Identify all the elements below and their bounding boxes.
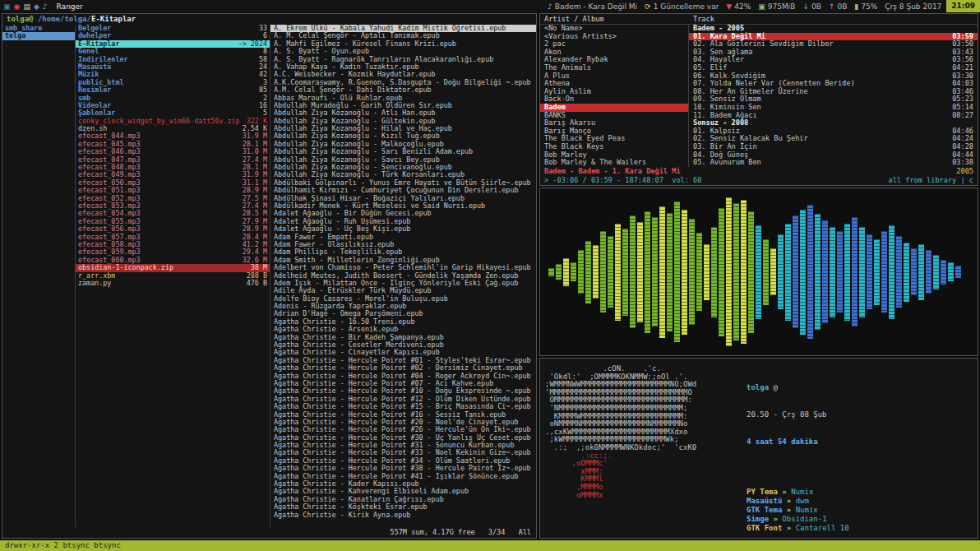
book-row[interactable]: Adam Phillips - Tekeşlilik.epub [270, 248, 536, 256]
updates-segment[interactable]: ⟳1 Güncelleme var [645, 2, 719, 11]
file-row[interactable]: Masaüstü24 [76, 63, 270, 71]
file-row[interactable]: Müzik42 [76, 71, 270, 78]
volume-segment[interactable]: ▼42% [726, 2, 751, 11]
file-row[interactable]: Resimler85 [76, 86, 270, 94]
file-row[interactable]: r_arr.xbm288 B [76, 272, 270, 280]
book-row[interactable]: Agatha Christie - Hercule Poirot #07 - A… [270, 380, 536, 387]
artist-row[interactable]: 2 pac [540, 40, 688, 49]
book-row[interactable]: Adam Smith - Milletlerin Zenginliği.epub [270, 257, 536, 264]
file-row[interactable]: obsidian-1-iconpack.zip38 M [76, 264, 270, 271]
book-row[interactable]: Adam Fawer - Olasılıksız.epub [270, 241, 536, 248]
book-row[interactable]: A. Mahfi Eğilmez - Küresel Finans Krizi.… [270, 40, 536, 48]
book-row[interactable]: Agatha Christie - Hercule Poirot #33 - N… [270, 449, 536, 456]
book-row[interactable]: Agatha Christie - Hercule Poirot #38 - H… [270, 465, 536, 472]
file-row[interactable]: efecast_052.mp327.5 M [76, 195, 270, 202]
workspace-icon-5[interactable]: ♪ [43, 2, 48, 11]
book-row[interactable]: Abdullah Ziya Kozanoğlu - Savcı Bey.epub [270, 156, 536, 164]
book-row[interactable]: Adile Ayda - Etrüskler Türk Müydü.epub [270, 287, 536, 294]
file-row[interactable]: E-Kitaplar-> 2024 [76, 40, 270, 48]
book-row[interactable]: A. S. Byatt - Oyun.epub [270, 48, 536, 55]
file-row[interactable]: Belgeler33 [76, 25, 270, 32]
book-row[interactable]: Agatha Christie - Arsenik.epub [270, 326, 536, 333]
book-row[interactable]: A. Vahap Kaya - Kadın Tuzaktır.epub [270, 63, 536, 71]
book-row[interactable]: Agatha Christie - Hercule Poirot #10 - D… [270, 387, 536, 395]
memory-segment[interactable]: ▣975MiB [758, 2, 795, 11]
book-row[interactable]: A. Ekrem Ülkü - Kabala Yahudi Kadim Mist… [270, 25, 536, 32]
book-row[interactable]: Abdullah Ziya Kozanoğlu - Sencivanoğlu.e… [270, 164, 536, 171]
book-row[interactable]: Agatha Christie - Kirik Ayna.epub [270, 512, 536, 519]
book-row[interactable]: Agatha Christie - Hercule Poirot #26 - H… [270, 426, 536, 433]
workspace-icon-3[interactable]: ▤ [23, 2, 30, 11]
battery-segment[interactable]: ▮75% [854, 2, 877, 11]
file-row[interactable]: efecast_044.mp331.9 M [76, 132, 270, 140]
book-row[interactable]: Adonis - Rüzgarda Yapraklar.epub [270, 303, 536, 310]
now-playing-segment[interactable]: ♪Badem - Kara Değil Mi [548, 2, 637, 11]
file-row[interactable]: efecast_049.mp331.9 M [76, 171, 270, 178]
date-segment[interactable]: Çrş 8 Şub 2017 [885, 2, 941, 11]
book-row[interactable]: Adalet Ağaoğlu - Üç Beş Kişi.epub [270, 225, 536, 233]
book-row[interactable]: Adelheid Meutes, Judith Bossert - Gündel… [270, 272, 536, 280]
workspace-icon-1[interactable]: ▣ [3, 2, 11, 11]
file-row[interactable]: efecast_047.mp327.4 M [76, 156, 270, 164]
book-row[interactable]: Abdullah Ziya Kozanoğlu - Sarı Benizli A… [270, 148, 536, 155]
file-row[interactable]: efecast_056.mp328.9 M [76, 225, 270, 233]
book-row[interactable]: Agatha Christie - Köşkteki Esrar.epub [270, 503, 536, 511]
book-row[interactable]: Agatha Christie - Hercule Poirot #01 - S… [270, 357, 536, 364]
book-row[interactable]: A.M. Celal Şengör - Dahi Diktator.epub [270, 86, 536, 94]
book-row[interactable]: Agatha Christie - Hercule Poirot #34 - Ö… [270, 457, 536, 465]
book-row[interactable]: Agatha Christie - Hercule Poirot #30 - Ü… [270, 434, 536, 442]
book-row[interactable]: A.C. Weisbecker - Kozmik Haydutlar.epub [270, 71, 536, 78]
file-row[interactable]: smb2 [76, 95, 270, 102]
workspace-icon-4[interactable]: ◆ [34, 2, 39, 11]
workspace-icon-2[interactable]: ◉ [14, 2, 21, 11]
book-row[interactable]: Abdülkadir Menek - Kürt Meselesi ve Said… [270, 202, 536, 210]
book-row[interactable]: Abdülbaki Gölpınarlı - Yunus Emre Hayatı… [270, 179, 536, 187]
book-row[interactable]: Agatha Christie - Cinayetler Kapısı.epub [270, 349, 536, 356]
book-row[interactable]: Abdullah Muradoğlu - Garih Öldüren Sır.e… [270, 102, 536, 109]
file-row[interactable]: efecast_051.mp328.9 M [76, 187, 270, 194]
book-row[interactable]: Agatha Christie - Hercule Poirot #12 - Ö… [270, 396, 536, 403]
track-row[interactable]: 05. Avunurum Ben03:38 [689, 159, 978, 167]
book-row[interactable]: Adem Işık - Milattan Önce - İlginç Yönle… [270, 280, 536, 287]
book-row[interactable]: Agatha Christie - Hercule Poirot #04 - R… [270, 373, 536, 380]
book-row[interactable]: Agatha Christie - Kanatların Çağrısı.epu… [270, 496, 536, 503]
file-row[interactable]: dzen.sh2.54 K [76, 125, 270, 132]
track-row[interactable]: 04. Hayaller03:56 [689, 56, 978, 64]
book-row[interactable]: Abdullah Ziya Kozanoğlu - Türk Korsanlar… [270, 171, 536, 178]
book-row[interactable]: Agatha Christie - Hercule Poirot #20 - N… [270, 419, 536, 426]
book-row[interactable]: Agatha Christie - 16.50 Treni.epub [270, 318, 536, 326]
parent-dir-item[interactable]: tolga [2, 32, 75, 39]
net-up-segment[interactable]: ↑0B [829, 2, 847, 11]
book-row[interactable]: Agatha Christie - Bir Kadeh Şampanya.epu… [270, 334, 536, 341]
book-row[interactable]: Agatha Christie - Cesetler Merdiveni.epu… [270, 341, 536, 349]
book-row[interactable]: Agatha Christie - Hercule Poirot #31 - S… [270, 442, 536, 449]
book-row[interactable]: Agatha Christie - Kader Kapısı.epub [270, 480, 536, 488]
file-row[interactable]: Genel8 [76, 48, 270, 55]
file-row[interactable]: efecast_050.mp331.1 M [76, 179, 270, 187]
file-row[interactable]: efecast_054.mp328.5 M [76, 210, 270, 217]
book-row[interactable]: Agatha Christie - Hercule Poirot #41 - I… [270, 473, 536, 480]
book-row[interactable]: Agatha Christie - Hercule Poirot #16 - S… [270, 411, 536, 419]
book-row[interactable]: Abdülhak Şinasi Hisar - Boğaziçi Yalılar… [270, 195, 536, 202]
file-row[interactable]: efecast_058.mp341.2 M [76, 241, 270, 248]
file-row[interactable]: Şablonlar5 [76, 109, 270, 117]
file-row[interactable]: efecast_048.mp328.1 M [76, 164, 270, 171]
book-row[interactable]: Abdullah Ziya Kozanoğlu - Kızıl Tuğ.epub [270, 132, 536, 140]
book-row[interactable]: Abdullah Ziya Kozanoğlu - Atlı Han.epub [270, 109, 536, 117]
book-row[interactable]: Abdullah Ziya Kozanoğlu - Malkoçoğlu.epu… [270, 141, 536, 148]
book-row[interactable]: Adalet Ağaoğlu - Bir Düğün Gecesi.epub [270, 210, 536, 217]
file-row[interactable]: efecast_045.mp328.1 M [76, 141, 270, 148]
book-row[interactable]: Abdullah Ziya Kozanoğlu - Hilal ve Haç.e… [270, 125, 536, 132]
file-row[interactable]: public_html3 [76, 79, 270, 86]
file-row[interactable]: zaman.py476 B [76, 280, 270, 287]
book-row[interactable]: Adam Fawer - Empati.epub [270, 234, 536, 241]
book-row[interactable]: A. S. Byatt - Ragnarök Tanrıların Alacak… [270, 56, 536, 63]
book-row[interactable]: Agatha Christie - Hercule Poirot #02 - D… [270, 364, 536, 372]
active-window-title[interactable]: Ranger [57, 2, 83, 11]
net-down-segment[interactable]: ↓0B [802, 2, 821, 11]
book-row[interactable]: Abdullah Ziya Kozanoğlu - Gültekin.epub [270, 118, 536, 125]
file-row[interactable]: conky_clock_widget_by_wim66-datt56v.zip3… [76, 118, 270, 125]
book-row[interactable]: Agatha Christie - Hercule Poirot #15 - B… [270, 403, 536, 410]
file-row[interactable]: Videolar16 [76, 102, 270, 109]
book-row[interactable]: Agatha Christie - Kahverengi Elbiseli Ad… [270, 488, 536, 495]
